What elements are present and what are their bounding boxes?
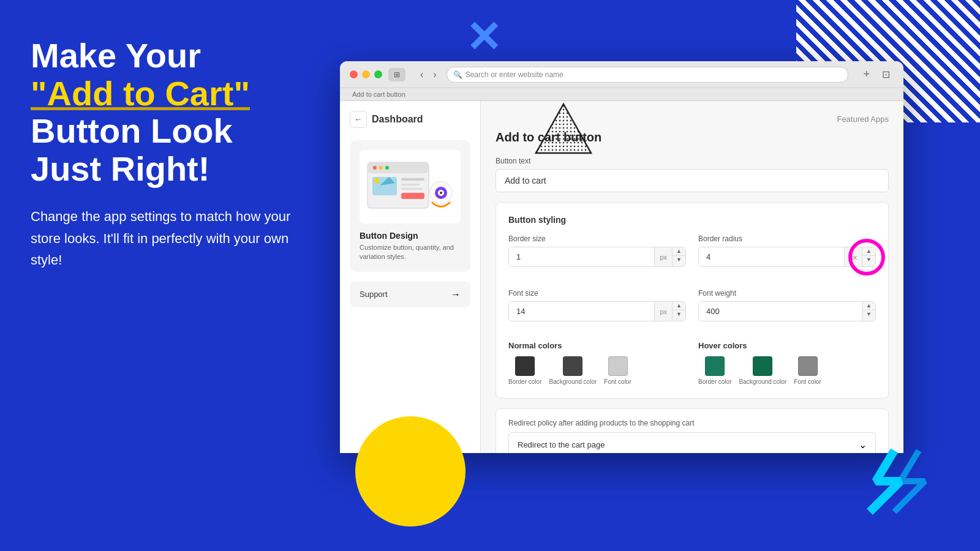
normal-bg-swatch[interactable]: [563, 356, 582, 376]
border-radius-label: Border radius: [698, 234, 876, 243]
button-text-field-group: Button text: [496, 157, 889, 192]
nav-back-button[interactable]: ‹: [417, 68, 427, 81]
normal-colors-row: Border color Background color Font color: [508, 356, 686, 386]
browser-toolbar: ⊞ ‹ › 🔍 Search or enter website name + ⊡: [340, 61, 903, 88]
hover-font-label: Font color: [794, 378, 821, 386]
hover-border-swatch[interactable]: [705, 356, 725, 376]
hover-bg-swatch[interactable]: [753, 356, 772, 376]
lightning-decoration: [858, 444, 980, 520]
font-weight-input[interactable]: [699, 302, 862, 321]
tab-overview-button[interactable]: ⊡: [878, 67, 894, 82]
hover-border-label: Border color: [698, 378, 731, 386]
address-bar[interactable]: 🔍 Search or enter website name: [447, 67, 849, 83]
border-size-spinners: ▲ ▼: [672, 247, 685, 266]
normal-font-label: Font color: [604, 378, 631, 386]
border-size-input[interactable]: [509, 247, 654, 266]
font-size-unit: px: [654, 302, 672, 321]
left-panel: Make Your "Add to Cart" Button Look Just…: [0, 0, 343, 551]
hover-colors-title: Hover colors: [698, 341, 876, 350]
font-size-down[interactable]: ▼: [673, 310, 685, 318]
font-weight-up[interactable]: ▲: [862, 302, 875, 310]
normal-font-color-item: Font color: [604, 356, 631, 386]
normal-font-swatch[interactable]: [608, 356, 628, 376]
maximize-dot[interactable]: [374, 70, 382, 78]
new-tab-button[interactable]: +: [859, 67, 873, 82]
hover-font-swatch[interactable]: [798, 356, 818, 376]
svg-rect-12: [401, 178, 424, 181]
colors-section: Normal colors Border color Background co…: [508, 341, 876, 386]
svg-point-19: [440, 192, 442, 194]
border-size-group: Border size px ▲ ▼: [508, 234, 686, 267]
normal-bg-color-item: Background color: [549, 356, 597, 386]
font-weight-label: Font weight: [698, 289, 876, 298]
font-weight-group: Font weight ▲ ▼: [698, 289, 876, 321]
normal-border-swatch[interactable]: [515, 356, 535, 376]
svg-rect-13: [401, 184, 420, 186]
normal-colors-group: Normal colors Border color Background co…: [508, 341, 686, 386]
svg-point-8: [385, 166, 389, 170]
svg-rect-14: [401, 188, 423, 190]
border-size-unit: px: [654, 247, 672, 266]
minimize-dot[interactable]: [362, 70, 370, 78]
redirect-select[interactable]: Redirect to the cart page ⌄: [508, 432, 876, 453]
sidebar-card-title: Button Design: [360, 231, 461, 241]
font-weight-down[interactable]: ▼: [862, 310, 875, 318]
border-size-down[interactable]: ▼: [673, 256, 685, 264]
tab-grid-icon: ⊞: [394, 70, 400, 79]
yellow-circle-decoration: [355, 416, 466, 527]
close-dot[interactable]: [350, 70, 358, 78]
support-arrow-icon: →: [451, 289, 461, 300]
nav-forward-button[interactable]: ›: [429, 68, 440, 81]
border-radius-input[interactable]: [699, 247, 844, 266]
normal-border-label: Border color: [508, 378, 541, 386]
tab-grid-button[interactable]: ⊞: [388, 68, 405, 81]
button-text-input[interactable]: [496, 169, 889, 192]
support-label: Support: [360, 290, 388, 299]
styling-section: Button styling Border size px ▲ ▼: [496, 202, 889, 399]
back-arrow-icon: ←: [350, 111, 367, 128]
hero-title: Make Your "Add to Cart" Button Look Just…: [31, 37, 312, 187]
sidebar-title: Dashboard: [372, 114, 423, 125]
styling-title: Button styling: [508, 215, 876, 225]
normal-bg-label: Background color: [549, 378, 597, 386]
font-weight-spinners: ▲ ▼: [862, 302, 875, 321]
redirect-section: Redirect policy after adding products to…: [496, 408, 889, 453]
browser-tab[interactable]: Add to cart button: [340, 88, 903, 101]
magenta-circle-decoration: [848, 239, 885, 276]
font-size-group: Font size px ▲ ▼: [508, 289, 686, 321]
font-weight-input-wrapper: ▲ ▼: [698, 301, 876, 321]
svg-rect-15: [401, 193, 424, 199]
browser-nav: ‹ ›: [417, 68, 440, 81]
redirect-select-value: Redirect to the cart page: [518, 440, 605, 449]
hover-bg-color-item: Background color: [739, 356, 786, 386]
font-size-spinners: ▲ ▼: [672, 302, 685, 321]
sidebar: ← Dashboard: [340, 101, 481, 453]
address-text: Search or enter website name: [466, 70, 564, 79]
border-size-input-wrapper: px ▲ ▼: [508, 247, 686, 267]
font-size-input[interactable]: [509, 302, 654, 321]
sidebar-back-button[interactable]: ← Dashboard: [350, 111, 470, 128]
border-size-up[interactable]: ▲: [673, 247, 685, 256]
hover-border-color-item: Border color: [698, 356, 731, 386]
styling-fields: Border size px ▲ ▼ Border radius: [508, 234, 876, 331]
sidebar-support-button[interactable]: Support →: [350, 282, 470, 307]
x-decoration: ✕: [466, 12, 502, 62]
browser-content: ← Dashboard: [340, 101, 903, 453]
redirect-label: Redirect policy after adding products to…: [508, 419, 876, 427]
font-size-up[interactable]: ▲: [673, 302, 685, 310]
browser-window: ⊞ ‹ › 🔍 Search or enter website name + ⊡…: [340, 61, 903, 453]
sidebar-card: Button Design Customize button, quantity…: [350, 140, 470, 272]
hover-colors-row: Border color Background color Font color: [698, 356, 876, 386]
hero-subtitle: Change the app settings to match how you…: [31, 206, 312, 271]
normal-colors-title: Normal colors: [508, 341, 686, 350]
nav-forward-icon: ›: [433, 69, 436, 80]
search-icon: 🔍: [453, 70, 462, 79]
normal-border-color-item: Border color: [508, 356, 541, 386]
font-size-input-wrapper: px ▲ ▼: [508, 301, 686, 321]
sidebar-card-image: [360, 150, 461, 223]
traffic-lights: [350, 70, 382, 78]
sidebar-card-desc: Customize button, quantity, and variatio…: [360, 243, 461, 262]
browser-actions: + ⊡: [859, 67, 894, 82]
border-size-label: Border size: [508, 234, 686, 243]
hover-bg-label: Background color: [739, 378, 786, 386]
